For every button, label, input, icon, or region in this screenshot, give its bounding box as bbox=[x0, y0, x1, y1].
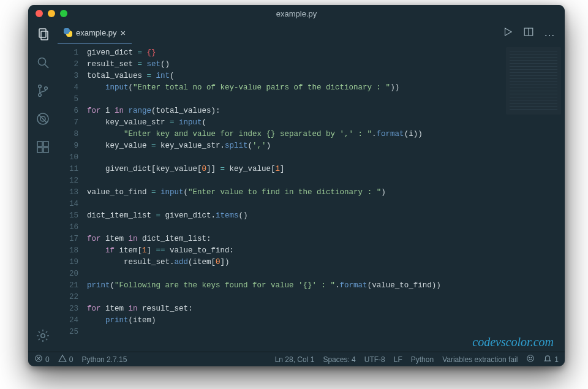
tab-actions: … bbox=[502, 22, 565, 43]
status-errors-count: 0 bbox=[45, 355, 50, 364]
line-number: 3 bbox=[58, 70, 78, 82]
code-line[interactable]: for item in result_set: bbox=[87, 303, 565, 315]
activity-bar bbox=[28, 22, 58, 352]
run-icon[interactable] bbox=[502, 26, 513, 40]
code-line[interactable]: print(item) bbox=[87, 315, 565, 327]
tab-bar: example.py × … bbox=[58, 22, 565, 43]
code-line[interactable] bbox=[87, 175, 565, 187]
code-editor[interactable]: 1234567891011121314151617181920212223242… bbox=[58, 43, 565, 352]
watermark-text: codevscolor.com bbox=[472, 336, 554, 348]
svg-line-3 bbox=[45, 64, 48, 68]
code-line[interactable] bbox=[87, 152, 565, 164]
bell-icon bbox=[543, 354, 552, 364]
more-icon[interactable]: … bbox=[544, 26, 556, 39]
error-icon bbox=[34, 354, 43, 364]
titlebar[interactable]: example.py bbox=[28, 5, 565, 22]
line-number: 20 bbox=[58, 268, 78, 280]
code-line[interactable]: "Enter key and value for index {} separa… bbox=[87, 129, 565, 140]
status-cursor-position[interactable]: Ln 28, Col 1 bbox=[275, 355, 315, 364]
status-feedback[interactable] bbox=[526, 354, 535, 364]
activity-explorer[interactable] bbox=[36, 27, 50, 44]
code-line[interactable]: for item in dict_item_list: bbox=[87, 233, 565, 245]
tab-close-button[interactable]: × bbox=[120, 28, 126, 37]
line-number: 11 bbox=[58, 164, 78, 175]
minimize-window-button[interactable] bbox=[48, 10, 55, 17]
code-line[interactable] bbox=[87, 222, 565, 233]
warning-icon bbox=[58, 354, 67, 364]
line-number: 14 bbox=[58, 198, 78, 210]
code-line[interactable]: given_dict[key_value[0]] = key_value[1] bbox=[87, 164, 565, 175]
code-line[interactable]: result_set = set() bbox=[87, 59, 565, 70]
code-line[interactable]: key_value = key_value_str.split(',') bbox=[87, 140, 565, 152]
activity-source-control[interactable] bbox=[36, 83, 50, 100]
line-number: 8 bbox=[58, 129, 78, 140]
window-title: example.py bbox=[276, 9, 317, 18]
svg-point-21 bbox=[527, 355, 534, 362]
code-line[interactable]: print("Following are the keys found for … bbox=[87, 280, 565, 292]
smiley-icon bbox=[526, 354, 535, 364]
line-number: 21 bbox=[58, 280, 78, 292]
minimap[interactable] bbox=[506, 47, 561, 115]
line-number: 9 bbox=[58, 140, 78, 152]
status-encoding[interactable]: UTF-8 bbox=[364, 355, 385, 364]
line-number: 16 bbox=[58, 222, 78, 233]
svg-point-2 bbox=[39, 58, 46, 66]
code-area[interactable]: given_dict = {}result_set = set()total_v… bbox=[87, 43, 565, 352]
maximize-window-button[interactable] bbox=[60, 10, 67, 17]
code-line[interactable]: input("Enter total no of key-value pairs… bbox=[87, 82, 565, 94]
line-number: 22 bbox=[58, 292, 78, 303]
status-errors[interactable]: 0 bbox=[34, 354, 50, 364]
line-number: 10 bbox=[58, 152, 78, 164]
activity-settings[interactable] bbox=[36, 328, 50, 346]
svg-marker-15 bbox=[505, 28, 512, 36]
activity-debug[interactable] bbox=[36, 111, 50, 129]
window-controls bbox=[28, 10, 67, 17]
code-line[interactable]: dict_item_list = given_dict.items() bbox=[87, 210, 565, 222]
close-window-button[interactable] bbox=[36, 10, 43, 17]
status-notifications[interactable]: 1 bbox=[543, 354, 559, 364]
line-number: 23 bbox=[58, 303, 78, 315]
line-number: 15 bbox=[58, 210, 78, 222]
code-line[interactable]: result_set.add(item[0]) bbox=[87, 257, 565, 268]
line-number: 17 bbox=[58, 233, 78, 245]
code-line[interactable]: if item[1] == value_to_find: bbox=[87, 245, 565, 257]
code-line[interactable]: value_to_find = input("Enter value to fi… bbox=[87, 187, 565, 198]
line-number: 4 bbox=[58, 82, 78, 94]
status-warnings[interactable]: 0 bbox=[58, 354, 74, 364]
line-number: 24 bbox=[58, 315, 78, 327]
editor-main: example.py × … 1234567891011121314151617… bbox=[58, 22, 565, 352]
status-python-version[interactable]: Python 2.7.15 bbox=[81, 355, 127, 364]
svg-rect-12 bbox=[37, 148, 42, 153]
line-number: 5 bbox=[58, 94, 78, 105]
activity-extensions[interactable] bbox=[36, 140, 50, 157]
code-line[interactable]: for i in range(total_values): bbox=[87, 105, 565, 117]
svg-line-9 bbox=[39, 115, 47, 123]
bug-icon bbox=[36, 118, 50, 128]
line-number: 2 bbox=[58, 59, 78, 70]
search-icon bbox=[36, 61, 50, 72]
svg-rect-1 bbox=[41, 31, 48, 40]
line-number: 19 bbox=[58, 257, 78, 268]
status-eol[interactable]: LF bbox=[394, 355, 402, 364]
code-line[interactable] bbox=[87, 198, 565, 210]
split-editor-icon[interactable] bbox=[523, 26, 534, 40]
line-number: 18 bbox=[58, 245, 78, 257]
status-vars[interactable]: Variables extraction fail bbox=[442, 355, 518, 364]
code-line[interactable]: total_values = int( bbox=[87, 70, 565, 82]
code-line[interactable] bbox=[87, 268, 565, 280]
code-line[interactable] bbox=[87, 94, 565, 105]
svg-rect-13 bbox=[43, 148, 48, 153]
status-language[interactable]: Python bbox=[411, 355, 434, 364]
tab-filename: example.py bbox=[76, 28, 116, 37]
files-icon bbox=[36, 33, 50, 43]
activity-search[interactable] bbox=[36, 55, 50, 72]
svg-point-5 bbox=[39, 94, 42, 97]
code-line[interactable]: key_value_str = input( bbox=[87, 117, 565, 129]
code-line[interactable] bbox=[87, 292, 565, 303]
tab-example-py[interactable]: example.py × bbox=[58, 22, 132, 43]
line-number: 7 bbox=[58, 117, 78, 129]
code-line[interactable]: given_dict = {} bbox=[87, 47, 565, 59]
status-indent[interactable]: Spaces: 4 bbox=[323, 355, 355, 364]
line-number: 12 bbox=[58, 175, 78, 187]
line-number-gutter: 1234567891011121314151617181920212223242… bbox=[58, 43, 87, 352]
